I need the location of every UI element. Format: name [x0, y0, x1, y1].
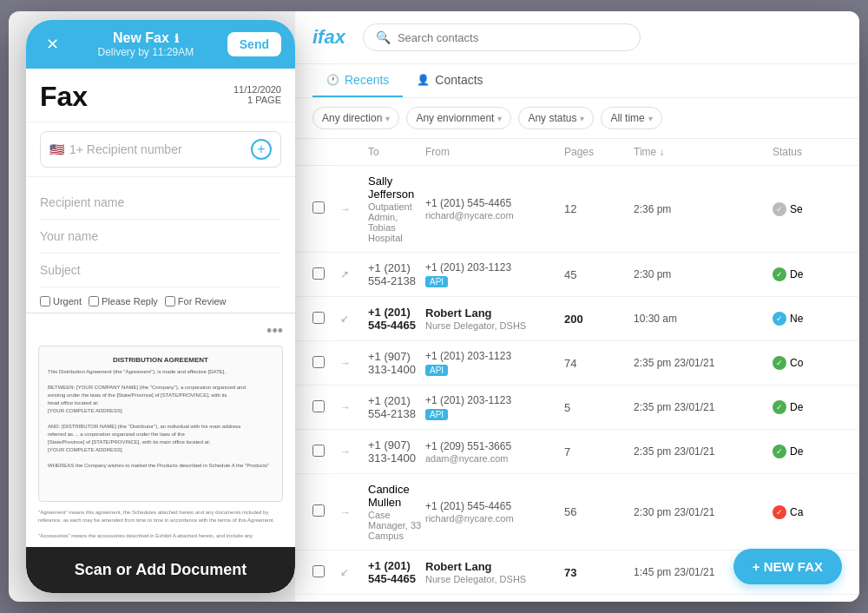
status-dot: ✓	[773, 400, 786, 414]
fax-meta: 11/12/2020 1 PAGE	[233, 84, 281, 105]
row-checkbox[interactable]	[312, 356, 325, 368]
to-name: +1 (201) 545-4465	[368, 306, 425, 332]
filters-row: Any direction ▾ Any enviornment ▾ Any st…	[295, 98, 859, 139]
contacts-icon: 👤	[417, 74, 430, 86]
subject-placeholder: Subject	[40, 263, 81, 277]
table-header: To From Pages Time ↓ Status	[295, 139, 859, 166]
direction-icon: ↙	[340, 313, 368, 325]
time-cell: 2:30 pm 23/01/21	[634, 506, 773, 518]
for-review-input[interactable]	[165, 296, 175, 306]
for-review-checkbox[interactable]: For Review	[165, 296, 227, 306]
doc-content: DISTRIBUTION AGREEMENT This Distribution…	[38, 346, 283, 502]
scan-add-button[interactable]: Scan or Add Document	[26, 547, 295, 593]
filter-status-label: Any status	[528, 112, 576, 124]
to-cell: +1 (201) 554-2138	[368, 261, 425, 287]
fax-form: Fax 11/12/2020 1 PAGE 🇺🇸 1+ Recipient nu…	[26, 69, 295, 313]
to-cell: +1 (201) 545-4465	[368, 559, 425, 585]
status-label: Ne	[790, 313, 803, 325]
search-bar[interactable]: 🔍	[363, 23, 641, 51]
table-row[interactable]: → +1 (907) 313-1400 +1 (201) 203-1123 AP…	[295, 341, 859, 386]
three-dots-icon[interactable]: •••	[266, 322, 283, 340]
your-name-field: Your name	[40, 220, 281, 254]
direction-icon: →	[340, 445, 368, 458]
tab-contacts[interactable]: 👤 Contacts	[403, 64, 496, 97]
chevron-down-icon: ▾	[648, 114, 653, 123]
to-name: Candice Mullen	[368, 483, 425, 509]
fax-table: → Sally Jefferson Outpatient Admin, Tobi…	[295, 166, 859, 602]
status-cell: ✓ Se	[773, 202, 842, 216]
status-dot: ✓	[773, 267, 786, 281]
close-button[interactable]: ✕	[40, 32, 64, 56]
your-name-placeholder: Your name	[40, 229, 98, 243]
urgent-checkbox-input[interactable]	[40, 296, 50, 306]
filter-environment[interactable]: Any enviornment ▾	[406, 107, 511, 129]
recipient-name-placeholder: Recipient name	[40, 195, 124, 209]
filter-environment-label: Any enviornment	[416, 112, 494, 124]
tab-recents[interactable]: 🕐 Recents	[312, 64, 403, 97]
send-button[interactable]: Send	[227, 32, 281, 56]
info-icon: ℹ	[174, 32, 179, 45]
time-cell: 2:36 pm	[634, 203, 773, 215]
chevron-down-icon: ▾	[497, 114, 502, 123]
chevron-down-icon: ▾	[385, 114, 390, 123]
table-row[interactable]: → Candice Mullen Case Manager, 33 Campus…	[295, 474, 859, 550]
add-recipient-button[interactable]: +	[251, 139, 272, 160]
row-checkbox-cell	[312, 504, 340, 519]
time-cell: 2:35 pm 23/01/21	[634, 357, 773, 369]
doc-title: DISTRIBUTION AGREEMENT	[48, 355, 273, 365]
table-row[interactable]: ↗ +1 (201) 554-2138 +1 (201) 203-1123 AP…	[295, 253, 859, 297]
row-checkbox[interactable]	[312, 504, 325, 517]
filter-time[interactable]: All time ▾	[601, 107, 661, 129]
status-label: Se	[790, 203, 803, 215]
from-name: +1 (209) 551-3665	[425, 440, 564, 452]
to-cell: +1 (201) 545-4465	[368, 306, 425, 332]
api-badge: API	[425, 409, 448, 420]
time-cell: 10:30 am	[634, 313, 773, 325]
please-reply-checkbox[interactable]: Please Reply	[89, 296, 158, 306]
tabs-row: 🕐 Recents 👤 Contacts	[295, 64, 859, 98]
row-checkbox[interactable]	[312, 312, 325, 324]
pages-cell: 12	[564, 202, 634, 215]
status-cell: ✓ De	[773, 445, 842, 458]
status-dot: ✓	[773, 445, 786, 458]
col-time: Time ↓	[634, 146, 773, 158]
table-row[interactable]: → +1 (201) 554-2138 +1 (201) 203-1123 AP…	[295, 386, 859, 430]
to-name: Sally Jefferson	[368, 175, 425, 201]
recipient-name-field: Recipient name	[40, 186, 281, 220]
pages-cell: 5	[564, 401, 634, 414]
from-sub: adam@nycare.com	[425, 453, 564, 464]
row-checkbox[interactable]	[312, 400, 325, 412]
row-checkbox[interactable]	[312, 565, 325, 577]
to-cell: +1 (201) 554-2138	[368, 394, 425, 420]
row-checkbox-cell	[312, 267, 340, 282]
urgent-checkbox[interactable]: Urgent	[40, 296, 82, 306]
row-checkbox[interactable]	[312, 445, 325, 457]
pages-cell: 73	[564, 566, 634, 579]
row-checkbox[interactable]	[312, 201, 325, 214]
status-dot: ✓	[773, 312, 786, 326]
search-input[interactable]	[398, 31, 628, 44]
recipient-input-row[interactable]: 🇺🇸 1+ Recipient number +	[40, 131, 281, 168]
phone-header-center: New Fax ℹ Delivery by 11:29AM	[64, 30, 227, 58]
new-fax-button[interactable]: + NEW FAX	[733, 549, 842, 584]
time-cell: 2:30 pm	[634, 268, 773, 280]
chevron-down-icon: ▾	[580, 114, 584, 123]
from-name: +1 (201) 545-4465	[425, 197, 564, 209]
table-row[interactable]: → +1 (201) 545-4465 Charlie Gibbon Adult…	[295, 595, 859, 602]
tab-contacts-label: Contacts	[435, 73, 483, 87]
from-cell: +1 (201) 545-4465 richard@nycare.com	[425, 197, 564, 221]
status-label: Ca	[790, 506, 803, 518]
tab-recents-label: Recents	[345, 73, 389, 87]
filter-direction[interactable]: Any direction ▾	[312, 107, 399, 129]
table-row[interactable]: → Sally Jefferson Outpatient Admin, Tobi…	[295, 166, 859, 253]
please-reply-input[interactable]	[89, 296, 99, 306]
recipient-placeholder: 1+ Recipient number	[69, 142, 246, 156]
table-row[interactable]: → +1 (907) 313-1400 +1 (209) 551-3665 ad…	[295, 430, 859, 474]
recipient-section: 🇺🇸 1+ Recipient number +	[26, 122, 295, 177]
to-cell: +1 (907) 313-1400	[368, 438, 425, 465]
table-row[interactable]: ↙ +1 (201) 545-4465 Robert Lang Nurse De…	[295, 297, 859, 341]
from-name: Robert Lang	[425, 560, 564, 573]
filter-status[interactable]: Any status ▾	[518, 107, 594, 129]
row-checkbox[interactable]	[312, 267, 325, 280]
from-sub: Nurse Delegator, DSHS	[425, 574, 564, 584]
